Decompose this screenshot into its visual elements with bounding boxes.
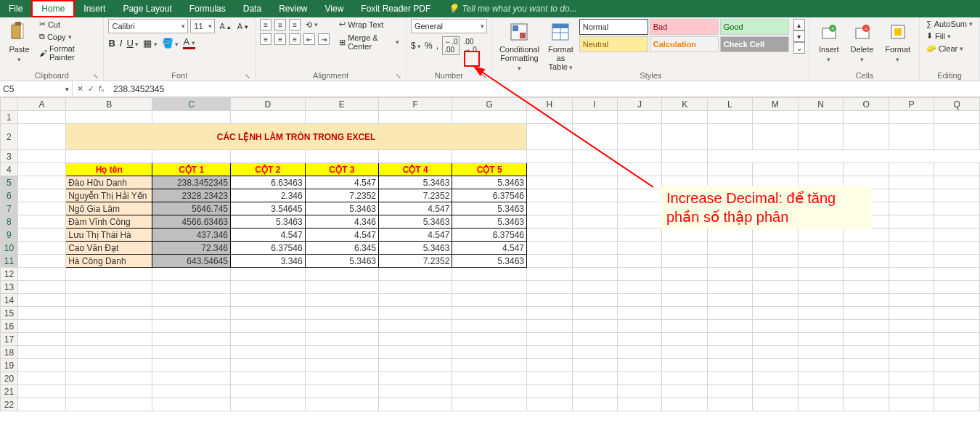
cell-K4[interactable] [662, 163, 707, 176]
row-header-5[interactable]: 5 [1, 176, 18, 189]
font-name-combo[interactable]: Calibri [108, 19, 188, 33]
row-header-19[interactable]: 19 [1, 359, 18, 372]
cell-B14[interactable] [66, 294, 152, 307]
cell-O2[interactable] [844, 124, 889, 150]
cell-E12[interactable] [305, 268, 378, 281]
cell-J15[interactable] [617, 307, 662, 320]
cell-N10[interactable] [798, 242, 844, 255]
col-header-M[interactable]: M [752, 98, 798, 111]
cell-E21[interactable] [305, 385, 378, 398]
cell-K20[interactable] [662, 372, 707, 385]
cell-H19[interactable] [527, 359, 573, 372]
cell-H7[interactable] [527, 202, 573, 215]
cell-G13[interactable] [452, 281, 527, 294]
row-header-13[interactable]: 13 [1, 281, 18, 294]
cell-K21[interactable] [662, 385, 707, 398]
cell-P3[interactable] [617, 150, 662, 163]
decrease-font-button[interactable]: A▾ [235, 21, 250, 31]
cell-L4[interactable] [707, 163, 752, 176]
cell-L14[interactable] [707, 294, 752, 307]
cell-Q18[interactable] [934, 346, 980, 359]
cell-B4[interactable]: Họ tên [66, 163, 152, 176]
col-header-O[interactable]: O [844, 98, 889, 111]
col-header-A[interactable]: A [17, 98, 65, 111]
accounting-format-button[interactable]: $ [411, 41, 421, 51]
cell-Q17[interactable] [934, 333, 980, 346]
cell-O16[interactable] [844, 320, 889, 333]
cell-C22[interactable] [152, 398, 231, 411]
row-header-12[interactable]: 12 [1, 268, 18, 281]
cell-D11[interactable]: 3.346 [231, 255, 306, 268]
cell-J9[interactable] [617, 229, 662, 242]
cell-I10[interactable] [572, 242, 617, 255]
cancel-formula-icon[interactable]: ✕ [77, 84, 83, 94]
cell-P15[interactable] [889, 307, 934, 320]
cell-N12[interactable] [798, 268, 844, 281]
cell-K19[interactable] [662, 359, 707, 372]
cell-I1[interactable] [572, 111, 617, 124]
gallery-down-icon[interactable]: ▾ [793, 30, 805, 42]
cell-E9[interactable]: 4.547 [305, 229, 378, 242]
cell-F13[interactable] [379, 281, 452, 294]
cell-J11[interactable] [617, 255, 662, 268]
cell-P20[interactable] [889, 372, 934, 385]
cell-L21[interactable] [707, 385, 752, 398]
cell-P5[interactable] [889, 176, 934, 189]
cell-H9[interactable] [527, 229, 573, 242]
style-bad[interactable]: Bad [650, 19, 719, 35]
cell-Q10[interactable] [934, 242, 980, 255]
increase-font-button[interactable]: A▴ [217, 21, 232, 31]
cell-J12[interactable] [617, 268, 662, 281]
cell-G11[interactable]: 5.3463 [452, 255, 527, 268]
cell-H14[interactable] [527, 294, 573, 307]
cell-C5[interactable]: 238.3452345 [152, 176, 231, 189]
cell-C20[interactable] [152, 372, 231, 385]
cell-E7[interactable]: 5.3463 [305, 202, 378, 215]
cell-J3[interactable] [231, 150, 306, 163]
cell-B16[interactable] [66, 320, 152, 333]
cell-H18[interactable] [527, 346, 573, 359]
cell-H6[interactable] [527, 189, 573, 202]
fill-button[interactable]: ⬇Fill [924, 30, 975, 41]
cell-J18[interactable] [617, 346, 662, 359]
align-top-button[interactable]: ≡ [260, 19, 271, 30]
cell-J16[interactable] [617, 320, 662, 333]
row-header-6[interactable]: 6 [1, 189, 18, 202]
cell-P4[interactable] [889, 163, 934, 176]
cell-G20[interactable] [452, 372, 527, 385]
cell-C14[interactable] [152, 294, 231, 307]
tab-foxit[interactable]: Foxit Reader PDF [352, 0, 439, 17]
cell-Q15[interactable] [934, 307, 980, 320]
col-header-B[interactable]: B [66, 98, 152, 111]
cell-M16[interactable] [752, 320, 798, 333]
cell-O20[interactable] [844, 372, 889, 385]
cell-B10[interactable]: Cao Văn Đạt [66, 242, 152, 255]
bold-button[interactable]: B [108, 38, 115, 49]
cell-M20[interactable] [752, 372, 798, 385]
increase-indent-button[interactable]: ⇥ [318, 33, 330, 45]
cell-J6[interactable] [617, 189, 662, 202]
cell-H3[interactable] [66, 150, 152, 163]
cell-I13[interactable] [572, 281, 617, 294]
cell-Q9[interactable] [934, 229, 980, 242]
cell-P22[interactable] [889, 398, 934, 411]
cell-A16[interactable] [17, 320, 65, 333]
cell-I8[interactable] [572, 215, 617, 229]
cell-D7[interactable]: 3.54645 [231, 202, 306, 215]
clear-button[interactable]: 🧽Clear [924, 43, 975, 54]
cell-C1[interactable] [152, 111, 231, 124]
col-header-H[interactable]: H [527, 98, 573, 111]
cell-A20[interactable] [17, 372, 65, 385]
cell-B11[interactable]: Hà Công Danh [66, 255, 152, 268]
cell-H22[interactable] [527, 398, 573, 411]
cell-O18[interactable] [844, 346, 889, 359]
cell-F9[interactable]: 4.547 [379, 229, 452, 242]
cell-E5[interactable]: 4.547 [305, 176, 378, 189]
style-neutral[interactable]: Neutral [579, 36, 648, 52]
cell-P13[interactable] [889, 281, 934, 294]
row-header-11[interactable]: 11 [1, 255, 18, 268]
cell-B7[interactable]: Ngô Gia Lâm [66, 202, 152, 215]
cell-I22[interactable] [572, 398, 617, 411]
cell-M14[interactable] [752, 294, 798, 307]
row-header-7[interactable]: 7 [1, 202, 18, 215]
